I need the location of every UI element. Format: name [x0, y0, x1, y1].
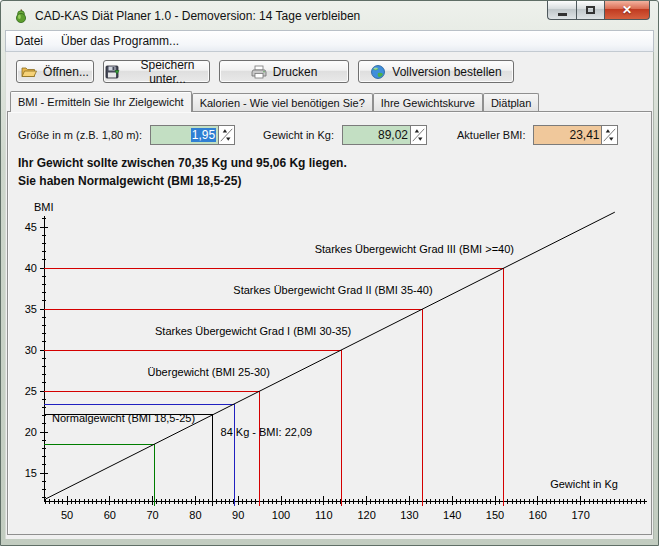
pear-icon — [13, 8, 29, 24]
x-tick-label: 90 — [232, 509, 244, 521]
globe-icon — [370, 64, 386, 80]
order-fullversion-button-label: Vollversion bestellen — [392, 65, 501, 79]
tab-strip: BMI - Ermitteln Sie Ihr Zielgewicht Kalo… — [6, 90, 653, 111]
weight-spinner[interactable] — [410, 125, 427, 145]
print-button-label: Drucken — [273, 65, 318, 79]
x-tick-label: 50 — [61, 509, 73, 521]
y-tick-label: 15 — [25, 467, 37, 479]
zone-label: Übergewicht (BMI 25-30) — [148, 366, 270, 378]
caption-buttons: ✕ — [547, 1, 650, 20]
minimize-button[interactable] — [547, 1, 576, 20]
client-area: Öffnen... Speichern unter... — [5, 52, 654, 539]
x-tick-label: 120 — [357, 509, 375, 521]
bmi-weight-chart: BMIGewicht in Kg506070809010011012013014… — [10, 199, 655, 535]
x-tick-label: 100 — [272, 509, 290, 521]
result-messages: Ihr Gewicht sollte zwischen 70,35 Kg und… — [18, 154, 347, 190]
close-button[interactable]: ✕ — [605, 1, 650, 20]
zone-label: Normalgewicht (BMI 18,5-25) — [52, 412, 195, 424]
bmi-field-group: 23,41 — [533, 125, 618, 145]
menu-item-datei[interactable]: Datei — [6, 32, 52, 50]
x-tick-label: 130 — [400, 509, 418, 521]
height-label: Größe in m (z.B. 1,80 m): — [18, 129, 142, 141]
y-tick-label: 30 — [25, 344, 37, 356]
app-window: CAD-KAS Diät Planer 1.0 - Demoversion: 1… — [0, 0, 659, 546]
tab-diaetplan[interactable]: Diätplan — [483, 93, 539, 111]
tab-bmi-zielgewicht[interactable]: BMI - Ermitteln Sie Ihr Zielgewicht — [10, 91, 192, 112]
zone-label: Starkes Übergewicht Grad III (BMI >=40) — [315, 243, 514, 255]
y-tick-label: 25 — [25, 385, 37, 397]
y-tick-label: 40 — [25, 262, 37, 274]
open-folder-icon — [21, 64, 37, 80]
minimize-icon — [558, 13, 567, 16]
x-tick-label: 160 — [529, 509, 547, 521]
x-tick-label: 140 — [443, 509, 461, 521]
x-tick-label: 150 — [486, 509, 504, 521]
x-tick-label: 170 — [571, 509, 589, 521]
height-spinner[interactable] — [218, 125, 235, 145]
save-button[interactable]: Speichern unter... — [103, 60, 210, 83]
tab-gewichtskurve[interactable]: Ihre Gewichtskurve — [373, 93, 483, 111]
close-icon: ✕ — [622, 4, 632, 16]
maximize-button[interactable] — [576, 1, 605, 20]
current-bmi-input[interactable]: 23,41 — [533, 125, 601, 145]
printer-icon — [251, 64, 267, 80]
toolbar: Öffnen... Speichern unter... — [6, 52, 653, 90]
print-button[interactable]: Drucken — [219, 60, 349, 83]
weight-value: 89,02 — [378, 128, 408, 142]
weight-status-message: Sie haben Normalgewicht (BMI 18,5-25) — [18, 172, 347, 190]
weight-input[interactable]: 89,02 — [342, 125, 410, 145]
maximize-icon — [586, 6, 595, 14]
marker-label: 84 Kg - BMI: 22,09 — [221, 426, 313, 438]
zone-label: Starkes Übergewicht Grad I (BMI 30-35) — [155, 325, 351, 337]
height-field-group: 1,95 — [150, 125, 235, 145]
menu-bar: Datei Über das Programm... — [5, 30, 654, 52]
x-tick-label: 70 — [146, 509, 158, 521]
window-title: CAD-KAS Diät Planer 1.0 - Demoversion: 1… — [35, 9, 360, 23]
open-button[interactable]: Öffnen... — [16, 60, 94, 83]
menu-item-ueber[interactable]: Über das Programm... — [52, 32, 188, 50]
x-axis-title: Gewicht in Kg — [550, 478, 618, 490]
title-bar[interactable]: CAD-KAS Diät Planer 1.0 - Demoversion: 1… — [5, 1, 654, 30]
current-bmi-label: Aktueller BMI: — [457, 129, 525, 141]
y-tick-label: 45 — [25, 221, 37, 233]
weight-range-message: Ihr Gewicht sollte zwischen 70,35 Kg und… — [18, 154, 347, 172]
bmi-form-row: Größe in m (z.B. 1,80 m): 1,95 Gewicht i… — [18, 125, 618, 145]
bmi-spinner[interactable] — [601, 125, 618, 145]
x-tick-label: 60 — [104, 509, 116, 521]
save-button-label: Speichern unter... — [126, 58, 209, 86]
weight-label: Gewicht in Kg: — [263, 129, 334, 141]
tab-page-bmi: Größe in m (z.B. 1,80 m): 1,95 Gewicht i… — [7, 111, 652, 535]
x-tick-label: 80 — [189, 509, 201, 521]
height-input[interactable]: 1,95 — [150, 125, 218, 145]
y-axis-title: BMI — [34, 201, 54, 213]
y-tick-label: 20 — [25, 426, 37, 438]
height-value-selected: 1,95 — [191, 128, 216, 142]
tab-kalorien[interactable]: Kalorien - Wie viel benötigen Sie? — [192, 93, 373, 111]
current-bmi-value: 23,41 — [569, 128, 599, 142]
x-tick-label: 110 — [315, 509, 333, 521]
save-disk-icon — [104, 64, 120, 80]
order-fullversion-button[interactable]: Vollversion bestellen — [358, 60, 514, 83]
weight-field-group: 89,02 — [342, 125, 427, 145]
zone-label: Starkes Übergewicht Grad II (BMI 35-40) — [233, 284, 432, 296]
y-tick-label: 35 — [25, 303, 37, 315]
open-button-label: Öffnen... — [43, 65, 89, 79]
